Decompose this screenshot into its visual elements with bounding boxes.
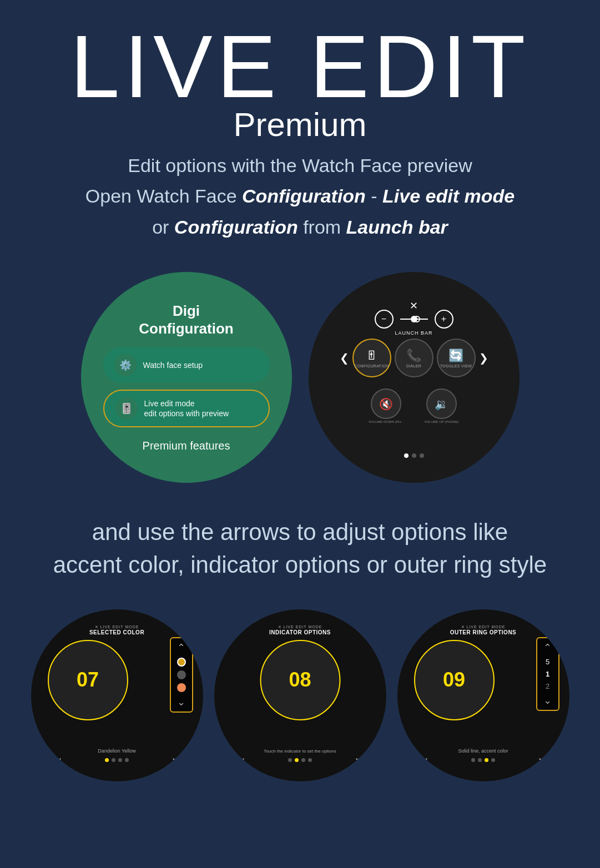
premium-features-label: Premium features bbox=[143, 440, 230, 452]
watch1-mode: ✕ LIVE EDIT MODE bbox=[89, 625, 144, 629]
volume-up-btn[interactable]: 🔉 VOLUME UP (PHONE) bbox=[422, 388, 461, 423]
mid-text-line1: and use the arrows to adjust options lik… bbox=[33, 516, 567, 549]
watch3-face: 09 bbox=[414, 640, 495, 720]
down-chevron-icon[interactable]: ⌄ bbox=[177, 696, 185, 708]
watch1-nav: « » bbox=[56, 754, 178, 766]
live-edit-mode-item: 🎚️ Live edit mode edit options with prev… bbox=[103, 390, 270, 427]
dot-active bbox=[105, 758, 109, 762]
dot-2 bbox=[112, 758, 115, 762]
watch-selected-color: ✕ LIVE EDIT MODE SELECTED COLOR 07 ⌃ ⌄ D… bbox=[31, 609, 203, 781]
dialer-app-btn[interactable]: 📞 DIALER bbox=[395, 339, 433, 377]
live-edit-label: Live edit mode edit options with preview bbox=[144, 398, 229, 418]
gear-settings-icon: ⚙️ bbox=[114, 354, 137, 376]
launch-bar-circle: ✕ − + LAUNCH BAR ❮ 🎚 CONFIGURATION 📞 DIA… bbox=[309, 272, 520, 483]
watch3-header: ✕ LIVE EDIT MODE OUTER RING OPTIONS bbox=[450, 625, 517, 635]
color-swatch-yellow[interactable] bbox=[177, 658, 186, 667]
volume-up-icon: 🔉 bbox=[426, 388, 457, 419]
decrease-icon[interactable]: − bbox=[375, 310, 394, 329]
ring-option-1: 1 bbox=[546, 670, 549, 678]
bold-configuration-1: Configuration bbox=[242, 185, 366, 206]
watch2-label: Touch the indicator to set the options bbox=[264, 749, 336, 754]
watch1-next-icon[interactable]: » bbox=[172, 754, 178, 766]
dot-3 bbox=[118, 758, 122, 762]
watch3-prev-icon[interactable]: « bbox=[422, 754, 428, 766]
vol-up-label: VOLUME UP (PHONE) bbox=[422, 420, 461, 423]
watch2-mode: ✕ LIVE EDIT MODE bbox=[269, 625, 331, 629]
circles-row: DigiConfiguration ⚙️ Watch face setup 🎚️… bbox=[0, 272, 600, 483]
down-chevron-icon[interactable]: ⌄ bbox=[543, 694, 552, 706]
dialer-label: DIALER bbox=[406, 364, 421, 368]
dot-4 bbox=[308, 758, 312, 762]
hero-section: LIVE EDIT Premium Edit options with the … bbox=[0, 0, 600, 255]
page-dots bbox=[404, 453, 424, 458]
configuration-icon: 🎚 bbox=[366, 349, 378, 363]
hero-instruction-1: Open Watch Face Configuration - Live edi… bbox=[11, 182, 589, 210]
watch-face-setup-item: ⚙️ Watch face setup bbox=[103, 347, 270, 383]
toggles-app-btn[interactable]: 🔄 TOGGLES VIEW bbox=[437, 339, 476, 377]
watch3-bottom: Solid line, accent color bbox=[458, 748, 508, 754]
dot-1 bbox=[471, 758, 475, 762]
volume-down-btn[interactable]: 🔇 VOLUME DOWN (PH... bbox=[367, 388, 406, 423]
watch2-dots bbox=[288, 758, 312, 762]
volume-row: 🔇 VOLUME DOWN (PH... 🔉 VOLUME UP (PHONE) bbox=[367, 388, 461, 423]
dot-1 bbox=[404, 453, 409, 458]
app-row: ❮ 🎚 CONFIGURATION 📞 DIALER 🔄 TOGGLES VIE… bbox=[340, 339, 488, 377]
watch2-next-icon[interactable]: » bbox=[355, 754, 361, 766]
up-chevron-icon[interactable]: ⌃ bbox=[177, 642, 185, 654]
color-swatch-orange[interactable] bbox=[177, 683, 186, 692]
watch1-dots bbox=[105, 758, 129, 762]
toggles-icon: 🔄 bbox=[448, 349, 463, 363]
right-arrow-icon[interactable]: ❯ bbox=[479, 351, 488, 365]
watch-indicator-options: ✕ LIVE EDIT MODE INDICATOR OPTIONS 08 To… bbox=[214, 609, 386, 781]
launch-bar-label: LAUNCH BAR bbox=[395, 330, 432, 336]
watch3-nav: « » bbox=[422, 754, 544, 766]
watch2-time: 08 bbox=[289, 668, 311, 692]
watch3-next-icon[interactable]: » bbox=[538, 754, 544, 766]
watch-faces-row: ✕ LIVE EDIT MODE SELECTED COLOR 07 ⌃ ⌄ D… bbox=[0, 598, 600, 804]
hero-title: LIVE EDIT bbox=[11, 22, 589, 111]
dot-1 bbox=[288, 758, 292, 762]
ring-option-5: 5 bbox=[546, 658, 549, 666]
watch2-title: INDICATOR OPTIONS bbox=[269, 629, 331, 635]
bold-launch-bar: Launch bar bbox=[346, 216, 448, 238]
hero-desc: Edit options with the Watch Face preview bbox=[11, 155, 589, 176]
hero-instruction-2: or Configuration from Launch bar bbox=[11, 213, 589, 241]
watch3-mode: ✕ LIVE EDIT MODE bbox=[450, 625, 517, 629]
vol-down-label: VOLUME DOWN (PH... bbox=[367, 420, 406, 423]
dot-3 bbox=[420, 453, 424, 458]
bold-live-edit: Live edit mode bbox=[382, 185, 515, 206]
dot-2 bbox=[412, 453, 416, 458]
brightness-control: − + bbox=[375, 310, 453, 329]
bold-configuration-2: Configuration bbox=[174, 216, 298, 238]
digi-config-title: DigiConfiguration bbox=[139, 302, 233, 337]
mid-text-section: and use the arrows to adjust options lik… bbox=[0, 499, 600, 598]
watch1-title: SELECTED COLOR bbox=[89, 629, 144, 635]
ring-option-2: 2 bbox=[546, 682, 549, 690]
up-chevron-icon[interactable]: ⌃ bbox=[543, 642, 552, 654]
watch2-prev-icon[interactable]: « bbox=[239, 754, 245, 766]
watch-outer-ring-options: ✕ LIVE EDIT MODE OUTER RING OPTIONS 09 ⌃… bbox=[397, 609, 569, 781]
dot-2 bbox=[478, 758, 482, 762]
watch2-bottom: Touch the indicator to set the options bbox=[264, 749, 336, 754]
slider-settings-icon bbox=[414, 316, 420, 322]
slider-track bbox=[400, 319, 428, 320]
watch3-time: 09 bbox=[443, 668, 465, 692]
watch2-face: 08 bbox=[260, 640, 340, 720]
color-swatch-gray[interactable] bbox=[177, 670, 186, 679]
live-edit-line2: edit options with preview bbox=[144, 408, 229, 418]
dot-4 bbox=[125, 758, 129, 762]
left-arrow-icon[interactable]: ❮ bbox=[340, 351, 349, 365]
watch3-dots bbox=[471, 758, 495, 762]
watch1-time: 07 bbox=[77, 668, 99, 692]
toggles-label: TOGGLES VIEW bbox=[440, 364, 472, 368]
sliders-icon: 🎚️ bbox=[115, 397, 138, 420]
dot-4 bbox=[491, 758, 495, 762]
ring-panel: ⌃ 5 1 2 ⌄ bbox=[536, 637, 559, 711]
configuration-label: CONFIGURATION bbox=[354, 364, 389, 368]
watch-face-setup-label: Watch face setup bbox=[143, 360, 203, 370]
configuration-app-btn[interactable]: 🎚 CONFIGURATION bbox=[352, 339, 391, 377]
increase-icon[interactable]: + bbox=[435, 310, 453, 329]
dot-active bbox=[295, 758, 299, 762]
watch1-face: 07 bbox=[48, 640, 128, 720]
watch1-prev-icon[interactable]: « bbox=[56, 754, 62, 766]
